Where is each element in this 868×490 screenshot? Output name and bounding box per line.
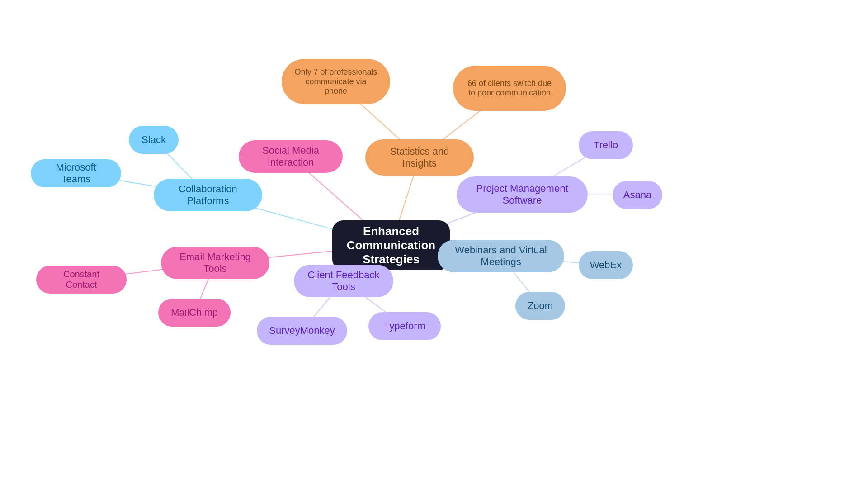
center-node: Enhanced Communication Strategies xyxy=(332,220,450,270)
project-mgmt-label: Project Management Software xyxy=(469,183,575,206)
webinars-label: Webinars and Virtual Meetings xyxy=(450,244,552,268)
professionals-label: Only 7 of professionals communicate via … xyxy=(294,67,377,96)
client-feedback-label: Client Feedback Tools xyxy=(307,269,381,293)
statistics-label: Statistics and Insights xyxy=(378,146,461,169)
clients-label: 66 of clients switch due to poor communi… xyxy=(466,79,553,98)
webinars-node: Webinars and Virtual Meetings xyxy=(438,240,564,272)
trello-label: Trello xyxy=(594,139,618,151)
client-feedback-node: Client Feedback Tools xyxy=(294,265,393,297)
collab-node: Collaboration Platforms xyxy=(154,179,262,211)
professionals-node: Only 7 of professionals communicate via … xyxy=(282,59,390,104)
mailchimp-node: MailChimp xyxy=(158,299,231,327)
constant-contact-node: Constant Contact xyxy=(36,266,127,294)
clients-node: 66 of clients switch due to poor communi… xyxy=(453,66,566,111)
project-mgmt-node: Project Management Software xyxy=(457,176,588,213)
zoom-label: Zoom xyxy=(528,300,553,312)
email-tools-label: Email Marketing Tools xyxy=(174,251,257,275)
surveymonkey-node: SurveyMonkey xyxy=(257,317,347,345)
webex-label: WebEx xyxy=(590,259,622,271)
slack-label: Slack xyxy=(142,134,166,146)
typeform-label: Typeform xyxy=(384,320,425,332)
typeform-node: Typeform xyxy=(368,312,441,340)
slack-node: Slack xyxy=(129,126,179,154)
trello-node: Trello xyxy=(579,131,633,159)
email-tools-node: Email Marketing Tools xyxy=(161,247,269,279)
statistics-node: Statistics and Insights xyxy=(365,139,474,176)
asana-label: Asana xyxy=(623,189,651,201)
social-media-node: Social Media Interaction xyxy=(239,140,343,173)
social-media-label: Social Media Interaction xyxy=(251,145,330,168)
webex-node: WebEx xyxy=(579,251,633,279)
collab-label: Collaboration Platforms xyxy=(166,183,250,207)
zoom-node: Zoom xyxy=(515,292,565,320)
asana-node: Asana xyxy=(613,181,662,209)
constant-contact-label: Constant Contact xyxy=(49,269,114,290)
center-label: Enhanced Communication Strategies xyxy=(345,224,437,266)
ms-teams-label: Microsoft Teams xyxy=(43,162,108,185)
mailchimp-label: MailChimp xyxy=(171,307,218,319)
ms-teams-node: Microsoft Teams xyxy=(31,159,121,187)
surveymonkey-label: SurveyMonkey xyxy=(269,325,335,337)
